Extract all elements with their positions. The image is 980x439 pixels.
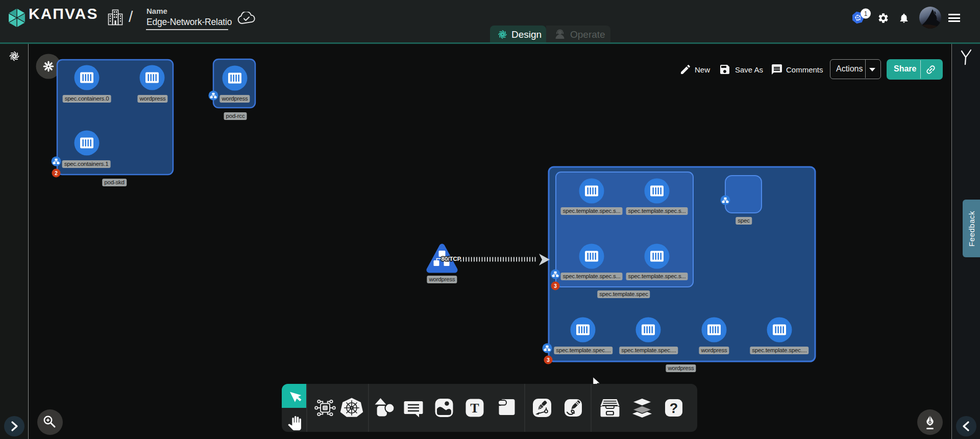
svg-text:T: T xyxy=(470,401,479,416)
svg-text:80/TCP: 80/TCP xyxy=(442,256,461,262)
svg-text:2: 2 xyxy=(55,170,58,176)
svg-text:3: 3 xyxy=(554,283,557,289)
svg-text:3: 3 xyxy=(547,357,550,363)
svg-text:?: ? xyxy=(670,401,678,416)
